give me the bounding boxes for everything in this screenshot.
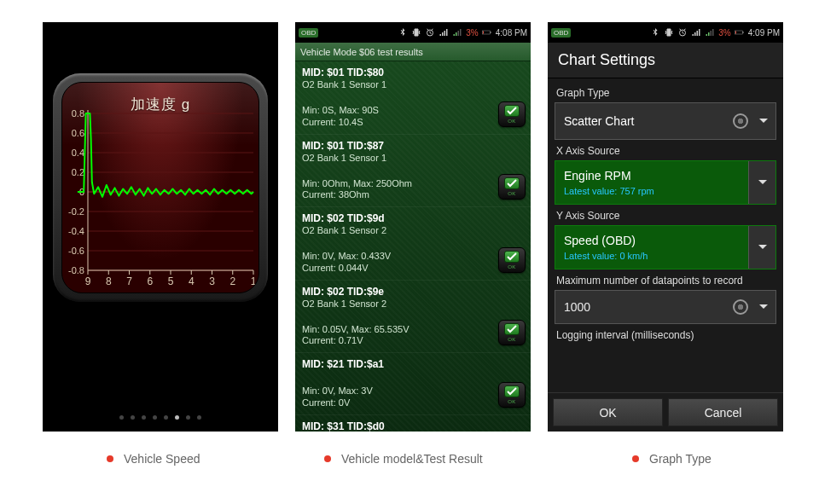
cancel-button[interactable]: Cancel [668, 398, 778, 426]
check-icon [504, 323, 520, 335]
result-item[interactable]: MID: $02 TID:$9eO2 Bank 1 Sensor 2Min: 0… [295, 281, 531, 354]
select-x-axis-source[interactable]: Engine RPM Latest value: 757 rpm [555, 160, 776, 205]
status-bar: OBD 3% 4:08 PM [295, 22, 531, 43]
x-source-name: Engine RPM [564, 169, 740, 182]
input-max-datapoints[interactable]: 1000 [555, 290, 776, 324]
bullet-icon [324, 455, 331, 462]
svg-text:7: 7 [126, 275, 132, 287]
label-graph-type: Graph Type [556, 87, 775, 99]
result-mid: MID: $31 TID:$d0 [302, 420, 524, 432]
result-values: Min: 0S, Max: 90SCurrent: 10.4S [302, 105, 524, 129]
page-indicator[interactable] [43, 415, 278, 420]
vibrate-icon [664, 27, 674, 38]
label-x-source: X Axis Source [556, 145, 775, 157]
signal-icon-2 [705, 27, 715, 38]
bullet-icon [632, 455, 639, 462]
result-sensor: O2 Bank 1 Sensor 2 [302, 225, 524, 235]
page-dot[interactable] [131, 415, 135, 420]
battery-text: 3% [718, 28, 730, 38]
vibrate-icon [411, 27, 421, 38]
svg-text:2: 2 [229, 275, 235, 287]
screenshot-test-results: OBD 3% 4:08 PM Vehicle Mode $06 test res… [295, 22, 531, 432]
result-mid: MID: $02 TID:$9d [302, 212, 524, 224]
results-list[interactable]: MID: $01 TID:$80O2 Bank 1 Sensor 1Min: 0… [295, 61, 531, 432]
page-dot[interactable] [164, 415, 168, 420]
result-item[interactable]: MID: $01 TID:$87O2 Bank 1 Sensor 1Min: 0… [295, 135, 531, 208]
result-item[interactable]: MID: $31 TID:$d0 [295, 415, 531, 432]
phone3-body: Chart Settings Graph Type Scatter Chart … [548, 43, 783, 432]
result-mid: MID: $21 TID:$a1 [302, 358, 524, 370]
page-dot[interactable] [119, 415, 124, 420]
caption-text: Vehicle model&Test Result [341, 452, 483, 466]
page-dot[interactable] [142, 415, 146, 420]
result-sensor: O2 Bank 1 Sensor 1 [302, 79, 524, 90]
result-item[interactable]: MID: $21 TID:$a1Min: 0V, Max: 3VCurrent:… [295, 353, 531, 415]
ok-text: OK [508, 264, 516, 269]
signal-icon-2 [452, 27, 462, 38]
result-mid: MID: $01 TID:$80 [302, 67, 524, 78]
obd-badge: OBD [299, 28, 318, 38]
ok-badge: OK [498, 174, 526, 200]
battery-icon [735, 27, 745, 38]
result-values: Min: 0V, Max: 3VCurrent: 0V [302, 385, 524, 409]
results-title: Vehicle Mode $06 test results [295, 43, 531, 61]
ok-button[interactable]: OK [553, 398, 663, 426]
result-values: Min: 0V, Max: 0.433VCurrent: 0.044V [302, 251, 524, 275]
select-graph-type[interactable]: Scatter Chart [555, 102, 776, 140]
svg-text:1: 1 [251, 275, 257, 287]
label-y-source: Y Axis Source [556, 210, 775, 222]
svg-text:0.4: 0.4 [72, 148, 84, 158]
result-values: Min: 0Ohm, Max: 250OhmCurrent: 38Ohm [302, 178, 524, 202]
ok-text: OK [508, 119, 516, 124]
label-interval: Logging interval (milliseconds) [556, 329, 775, 341]
svg-text:9: 9 [85, 275, 91, 287]
max-points-value: 1000 [555, 300, 733, 314]
svg-text:0.2: 0.2 [72, 167, 84, 177]
check-icon [504, 251, 520, 263]
page-dot[interactable] [175, 415, 179, 420]
check-icon [504, 385, 520, 397]
signal-icon [439, 27, 449, 38]
page-dot[interactable] [153, 415, 157, 420]
svg-text:-0.4: -0.4 [68, 226, 84, 236]
chevron-down-icon [748, 226, 775, 269]
result-values: Min: 0.05V, Max: 65.535VCurrent: 0.71V [302, 324, 524, 348]
bullet-icon [107, 455, 113, 462]
svg-rect-42 [483, 32, 484, 34]
alarm-icon [425, 27, 435, 38]
caption-text: Vehicle Speed [124, 452, 200, 466]
dialog-title: Chart Settings [548, 43, 783, 78]
ok-text: OK [508, 399, 516, 404]
chevron-down-icon [752, 304, 775, 310]
radio-icon [733, 299, 748, 315]
page-dot[interactable] [186, 415, 190, 420]
caption-graph-type: Graph Type [632, 452, 712, 466]
clock-text: 4:08 PM [496, 28, 527, 38]
svg-text:8: 8 [106, 275, 112, 287]
check-icon [504, 105, 520, 117]
screenshot-chart-settings: OBD 3% 4:09 PM Chart Settings Graph Type… [548, 22, 783, 432]
ok-text: OK [508, 337, 516, 342]
bluetooth-icon [398, 27, 408, 38]
svg-rect-45 [742, 32, 743, 33]
svg-text:3: 3 [209, 275, 215, 287]
clock-text: 4:09 PM [748, 28, 780, 38]
chevron-down-icon [752, 118, 775, 125]
select-y-axis-source[interactable]: Speed (OBD) Latest value: 0 km/h [555, 225, 776, 269]
gauge-frame: 加速度 g 0.80.60.40.20-0.2-0.4-0.6-0.898765… [53, 73, 268, 302]
result-item[interactable]: MID: $02 TID:$9dO2 Bank 1 Sensor 2Min: 0… [295, 207, 531, 281]
svg-rect-41 [490, 32, 491, 33]
chevron-down-icon [748, 161, 775, 204]
radio-icon [733, 113, 748, 129]
result-mid: MID: $02 TID:$9e [302, 286, 524, 298]
signal-icon [691, 27, 701, 38]
result-item[interactable]: MID: $01 TID:$80O2 Bank 1 Sensor 1Min: 0… [295, 61, 531, 135]
label-max-points: Maximum number of datapoints to record [556, 275, 775, 287]
status-bar: OBD 3% 4:09 PM [548, 22, 783, 43]
svg-text:6: 6 [147, 275, 153, 287]
svg-rect-46 [735, 32, 736, 34]
screenshot-vehicle-speed: 加速度 g 0.80.60.40.20-0.2-0.4-0.6-0.898765… [43, 22, 278, 432]
page-dot[interactable] [197, 415, 201, 420]
battery-icon [482, 27, 492, 38]
phone2-body: Vehicle Mode $06 test results MID: $01 T… [295, 43, 531, 432]
